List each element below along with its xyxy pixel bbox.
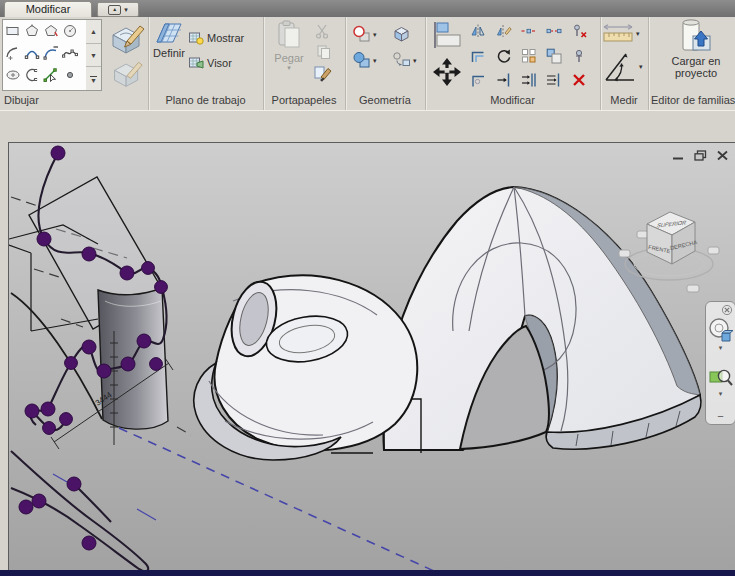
ribbon: ▲ ▼ ▼ Dibujar Definir [0, 17, 735, 111]
trim-extend-multiple-button[interactable] [521, 72, 537, 88]
align-button[interactable] [431, 21, 463, 49]
gallery-expand-button[interactable]: ▼ [86, 67, 101, 90]
move-icon [430, 55, 464, 89]
trim-extend-single-button[interactable] [496, 72, 512, 88]
definir-label: Definir [153, 47, 185, 59]
draw-polygon-circumscribed-button[interactable] [41, 20, 60, 42]
offset-button[interactable] [470, 48, 486, 64]
view-window-controls [672, 150, 729, 161]
angular-dimension-button[interactable]: ▾ [603, 47, 643, 85]
definir-button[interactable]: Definir [150, 20, 188, 59]
draw-circle-button[interactable] [60, 20, 79, 42]
copy-button[interactable] [316, 44, 332, 60]
mirror-draw-icon [496, 23, 512, 39]
steering-wheel-button[interactable] [708, 316, 734, 344]
navbar-collapse-button[interactable]: − [717, 411, 723, 421]
align-icon [431, 21, 463, 49]
left-form [9, 177, 168, 429]
offset-icon [470, 48, 486, 64]
draw-polygon-inscribed-button[interactable] [22, 20, 41, 42]
revit-family-editor-window: { "ribbon": { "active_tab": "Modificar",… [0, 0, 735, 576]
gallery-scroll-up-button[interactable]: ▲ [86, 20, 101, 44]
draw-fillet-arc-button[interactable] [3, 42, 22, 64]
panel-label-editor: Editor de familias [648, 91, 735, 109]
navbar-close-button[interactable] [708, 304, 733, 316]
tab-modificar[interactable]: Modificar [4, 1, 92, 18]
divide-icon [392, 51, 411, 69]
pin-button[interactable] [571, 48, 587, 64]
split-element-button[interactable] [521, 23, 537, 39]
zoom-tool-button[interactable] [708, 364, 734, 390]
visor-label: Visor [207, 57, 232, 69]
restore-view-button[interactable] [694, 150, 707, 161]
panel-label-geometria: Geometría [345, 91, 425, 109]
visor-button[interactable]: Visor [188, 55, 232, 71]
align-multiple-button[interactable] [546, 72, 562, 88]
drawing-area[interactable]: 3444 [8, 142, 735, 571]
pegar-button[interactable]: Pegar ▾ [268, 19, 310, 71]
arc-blue-icon [24, 45, 40, 61]
divide-button[interactable]: ▾ [392, 51, 417, 69]
mirror-draw-axis-button[interactable] [496, 23, 512, 39]
draw-spline-button[interactable] [60, 42, 79, 64]
rotate-button[interactable] [496, 48, 512, 64]
draw-arc-center-ends-button[interactable] [22, 42, 41, 64]
measure-tape-icon [602, 22, 634, 44]
bottom-edge-strip [0, 570, 735, 576]
navigation-bar: ▾ ▾ − [705, 301, 735, 425]
copy-icon [316, 44, 332, 60]
create-void-form-icon [110, 57, 144, 89]
model-geometry: 3444 [9, 143, 735, 571]
create-void-form-button[interactable] [110, 57, 144, 89]
draw-rectangle-button[interactable] [3, 20, 22, 42]
paste-icon [275, 19, 303, 51]
load-into-project-label: Cargar en proyecto [665, 55, 727, 79]
arc-icon [5, 45, 21, 61]
mostrar-label: Mostrar [207, 32, 244, 44]
trim-extend-corner-button[interactable] [470, 72, 486, 88]
mirror-icon [470, 23, 486, 39]
chevron-down-icon: ▾ [373, 57, 377, 64]
join-geometry-button[interactable]: ▾ [352, 51, 377, 69]
minimize-view-button[interactable] [672, 150, 685, 161]
solid-forms-button[interactable] [392, 25, 411, 43]
panel-label-modificar: Modificar [425, 91, 600, 109]
point-element-button[interactable] [60, 64, 79, 86]
cut-button[interactable] [314, 23, 330, 39]
chevron-down-icon: ▾ [373, 31, 377, 38]
scissors-icon [314, 23, 330, 39]
array-button[interactable] [521, 48, 537, 64]
chevron-down-icon[interactable]: ▾ [719, 390, 723, 398]
ribbon-state-toggle-button[interactable]: ▲ ▾ [97, 2, 139, 17]
pick-lines-icon [43, 67, 59, 83]
create-form-button[interactable] [108, 20, 146, 56]
trim-single-icon [496, 72, 512, 88]
unpin-button[interactable] [571, 23, 587, 39]
chevron-down-icon[interactable]: ▾ [719, 344, 723, 352]
delete-button[interactable] [571, 72, 587, 88]
mirror-pick-axis-button[interactable] [470, 23, 486, 39]
measure-button[interactable]: ▾ [602, 22, 640, 44]
draw-tangent-arc-button[interactable] [41, 42, 60, 64]
split-with-gap-button[interactable] [546, 23, 562, 39]
chevron-down-icon: ▾ [639, 63, 643, 70]
close-view-button[interactable] [716, 150, 729, 161]
pick-lines-button[interactable] [41, 64, 60, 86]
cut-geometry-button[interactable]: ▾ [352, 25, 377, 43]
match-type-button[interactable] [314, 65, 334, 83]
unpin-icon [571, 23, 587, 39]
load-into-project-button[interactable]: Cargar en proyecto [660, 18, 732, 79]
draw-ellipse-button[interactable] [3, 64, 22, 86]
draw-partial-ellipse-button[interactable] [22, 64, 41, 86]
scale-button[interactable] [546, 48, 562, 64]
chevron-down-icon: ▾ [636, 30, 640, 37]
ellipse-icon [5, 67, 21, 83]
gallery-scroll-down-button[interactable]: ▼ [86, 44, 101, 68]
trim-multiple-icon [521, 72, 537, 88]
split-gap-icon [546, 23, 562, 39]
options-bar [0, 110, 735, 143]
swirl-form [194, 275, 418, 460]
trim-corner-icon [470, 72, 486, 88]
mostrar-button[interactable]: Mostrar [188, 30, 244, 46]
move-button[interactable] [430, 55, 464, 89]
